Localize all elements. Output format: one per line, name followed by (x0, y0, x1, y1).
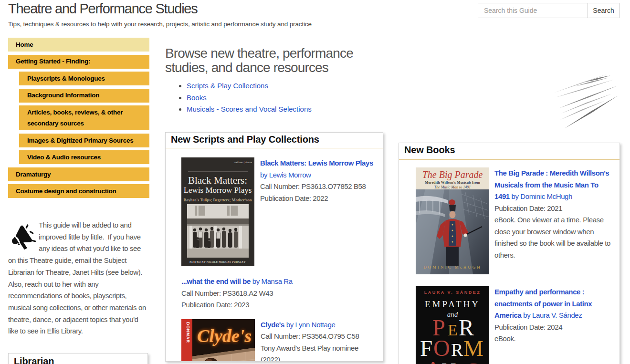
svg-text:R: R (451, 340, 463, 360)
svg-text:Clyde's: Clyde's (197, 326, 252, 346)
svg-text:DOMINIC McHUGH: DOMINIC McHUGH (423, 265, 482, 270)
svg-text:LAURA V. SÁNDEZ: LAURA V. SÁNDEZ (424, 290, 481, 295)
svg-text:C: C (465, 359, 479, 364)
svg-text:DONMAR: DONMAR (186, 322, 190, 343)
svg-text:methuen | drama: methuen | drama (234, 161, 252, 164)
svg-text:The Big Parade: The Big Parade (422, 169, 483, 180)
svg-text:Black Matters:: Black Matters: (188, 175, 247, 186)
svg-text:The Music Man to 1491: The Music Man to 1491 (434, 185, 471, 189)
svg-text:EDITED BY NICOLE HODGES PURSLE: EDITED BY NICOLE HODGES PURSLEY (189, 260, 246, 263)
svg-text:Bayhra's Tulips; Begetters; Mo: Bayhra's Tulips; Begetters; Mother/son (184, 198, 252, 202)
svg-text:Meredith Willson's Musicals fr: Meredith Willson's Musicals from (425, 180, 480, 185)
svg-text:N: N (441, 359, 456, 364)
svg-text:and: and (447, 311, 458, 318)
svg-text:M: M (463, 336, 483, 361)
svg-text:Lewis Morrow Plays: Lewis Morrow Plays (184, 186, 252, 195)
svg-text:EMPATHY: EMPATHY (425, 299, 480, 309)
svg-text:A: A (425, 357, 441, 364)
